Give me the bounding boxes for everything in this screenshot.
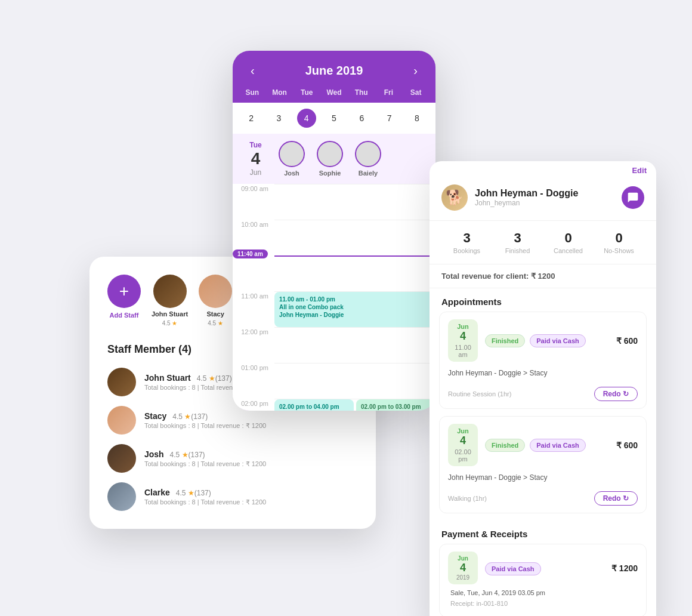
stat-noshows-label: No-Shows xyxy=(594,247,644,254)
list-item[interactable]: Clarke 4.5 ★(137) Total bookings : 8 | T… xyxy=(107,482,358,511)
event-nails[interactable]: 02.00 pm to 03.00 pm Nails John Heyman -… xyxy=(356,399,435,411)
cal-staff-josh-name: Josh xyxy=(284,170,299,177)
appt-price-2: ₹ 600 xyxy=(616,441,638,450)
cal-staff-baiely[interactable]: Baiely xyxy=(355,141,381,177)
message-button[interactable] xyxy=(622,186,644,209)
time-row-9am: 09:00 am xyxy=(233,184,435,220)
time-label-1140am: 11:40 am xyxy=(233,255,274,257)
cal-date-2[interactable]: 2 xyxy=(239,109,264,128)
avatar-stacy-list xyxy=(107,406,136,435)
payment-top: Jun 4 2019 Paid via Cash ₹ 1200 xyxy=(448,552,638,584)
event-nails-time: 02.00 pm to 03.00 pm xyxy=(361,403,431,411)
weekday-sun: Sun xyxy=(239,88,266,97)
stat-finished-value: 3 xyxy=(492,230,543,246)
weekday-tue: Tue xyxy=(293,88,320,97)
weekday-thu: Thu xyxy=(348,88,375,97)
cal-date-6[interactable]: 6 xyxy=(349,109,374,128)
appt-price-1: ₹ 600 xyxy=(616,336,638,346)
badge-finished-2: Finished xyxy=(485,439,525,452)
appt-service-1: Routine Session (1hr) xyxy=(448,390,511,398)
appt-service-2: Walking (1hr) xyxy=(448,495,487,502)
staff-stacy-info: Stacy 4.5 ★(137) Total bookings : 8 | To… xyxy=(144,411,358,430)
time-label-2pm: 02:00 pm xyxy=(233,399,274,407)
time-label-10am: 10:00 am xyxy=(233,220,274,228)
calendar-weekdays: Sun Mon Tue Wed Thu Fri Sat xyxy=(233,88,435,103)
appt-time-2: 02.00 pm xyxy=(450,448,475,463)
appointments-heading: Appointments xyxy=(430,288,656,312)
cal-date-4[interactable]: 4 xyxy=(297,109,316,128)
time-content-11am: 11.00 am - 01.00 pm All in one Combo pac… xyxy=(274,291,435,327)
calendar-dates: 2 3 4 5 6 7 8 xyxy=(233,103,435,134)
time-label-11am: 11:00 am xyxy=(233,291,274,300)
total-revenue: Total revenue for client: ₹ 1200 xyxy=(430,264,656,288)
payment-meta: Paid via Cash xyxy=(485,563,604,574)
redo-button-1[interactable]: Redo ↻ xyxy=(594,387,638,401)
client-name: John Heyman - Doggie xyxy=(475,188,578,199)
time-label-12pm: 12:00 pm xyxy=(233,327,274,335)
cal-sel-dayname: Tue xyxy=(249,141,261,149)
client-name-block: John Heyman - Doggie John_heyman xyxy=(475,188,578,207)
staff-clarke-meta: Total bookings : 8 | Total revenue : ₹ 1… xyxy=(144,498,358,506)
list-item[interactable]: Josh 4.5 ★(137) Total bookings : 8 | Tot… xyxy=(107,444,358,473)
staff-josh-name: Josh 4.5 ★(137) xyxy=(144,449,358,459)
staff-josh-meta: Total bookings : 8 | Total revenue : ₹ 1… xyxy=(144,460,358,468)
staff-josh-info: Josh 4.5 ★(137) Total bookings : 8 | Tot… xyxy=(144,449,358,468)
cal-date-5[interactable]: 5 xyxy=(322,109,347,128)
top-avatar-stacy[interactable]: Stacy 4.5 ★ xyxy=(199,275,232,327)
message-icon xyxy=(627,192,639,204)
appointment-card-2[interactable]: Jun 4 02.00 pm Finished Paid via Cash ₹ … xyxy=(439,416,647,513)
event-time: 11.00 am - 01.00 pm xyxy=(279,295,431,303)
cal-selected-date: Tue 4 Jun xyxy=(242,141,269,177)
time-content-10am xyxy=(274,220,435,255)
appt-time-1: 11.00 am xyxy=(450,344,475,358)
cal-date-3[interactable]: 3 xyxy=(266,109,291,128)
edit-label: Edit xyxy=(632,166,647,175)
edit-button[interactable]: Edit xyxy=(430,161,656,175)
add-staff-button[interactable]: + Add Staff xyxy=(107,275,141,319)
avatar-john-rating: 4.5 ★ xyxy=(162,320,178,327)
event-combo-pack[interactable]: 11.00 am - 01.00 pm All in one Combo pac… xyxy=(274,292,435,327)
time-content-1pm xyxy=(274,363,435,399)
payment-card[interactable]: Jun 4 2019 Paid via Cash ₹ 1200 Sale, Tu… xyxy=(439,544,647,616)
cal-avatar-sophie xyxy=(317,141,343,167)
staff-clarke-name: Clarke 4.5 ★(137) xyxy=(144,488,358,497)
badge-finished-1: Finished xyxy=(485,334,525,347)
calendar-title: June 2019 xyxy=(305,64,363,78)
time-label-9am: 09:00 am xyxy=(233,184,274,192)
pay-date-box: Jun 4 2019 xyxy=(448,552,478,584)
event-title: All in one Combo pack xyxy=(279,303,431,311)
top-avatar-john[interactable]: John Stuart 4.5 ★ xyxy=(152,275,188,327)
total-revenue-text: Total revenue for client: ₹ 1200 xyxy=(441,272,555,281)
add-staff-icon[interactable]: + xyxy=(107,275,141,308)
time-content-2pm: 02.00 pm to 04.00 pm Walking John Heyman… xyxy=(274,399,435,411)
staff-stacy-meta: Total bookings : 8 | Total revenue : ₹ 1… xyxy=(144,422,358,430)
event-client: John Heyman - Doggie xyxy=(279,311,431,319)
time-content-12pm xyxy=(274,327,435,363)
weekday-sat: Sat xyxy=(402,88,430,97)
cal-date-7[interactable]: 7 xyxy=(376,109,401,128)
calendar-prev-button[interactable]: ‹ xyxy=(245,61,261,80)
time-row-1140am: 11:40 am xyxy=(233,255,435,291)
event-walking[interactable]: 02.00 pm to 04.00 pm Walking John Heyman… xyxy=(274,399,354,411)
client-stats: 3 Bookings 3 Finished 0 Cancelled 0 No-S… xyxy=(430,221,656,264)
appt-date-1: Jun 4 11.00 am xyxy=(448,319,478,362)
event-walking-time: 02.00 pm to 04.00 pm xyxy=(279,403,349,411)
pay-month: Jun xyxy=(450,555,475,562)
avatar-stacy xyxy=(199,275,232,308)
calendar-next-button[interactable]: › xyxy=(407,61,424,80)
cal-selected-row: Tue 4 Jun Josh Sophie Baiely xyxy=(233,134,435,184)
cal-staff-sophie[interactable]: Sophie xyxy=(317,141,343,177)
redo-button-2[interactable]: Redo ↻ xyxy=(594,491,638,506)
payment-heading: Payment & Receipts xyxy=(430,520,656,544)
appt-bottom-1: Routine Session (1hr) Redo ↻ xyxy=(440,382,646,408)
avatar-stacy-name: Stacy xyxy=(206,310,224,318)
cal-staff-josh[interactable]: Josh xyxy=(279,141,305,177)
appointment-card-1[interactable]: Jun 4 11.00 am Finished Paid via Cash ₹ … xyxy=(439,312,647,409)
cal-avatar-baiely xyxy=(355,141,381,167)
client-panel: Edit 🐕 John Heyman - Doggie John_heyman … xyxy=(430,161,656,616)
payment-detail: Sale, Tue, Jun 4, 2019 03.05 pm xyxy=(448,589,638,599)
stat-cancelled: 0 Cancelled xyxy=(543,230,594,254)
time-row-1pm: 01:00 pm xyxy=(233,363,435,399)
cal-date-8[interactable]: 8 xyxy=(404,109,430,128)
stat-noshows-value: 0 xyxy=(594,230,644,246)
